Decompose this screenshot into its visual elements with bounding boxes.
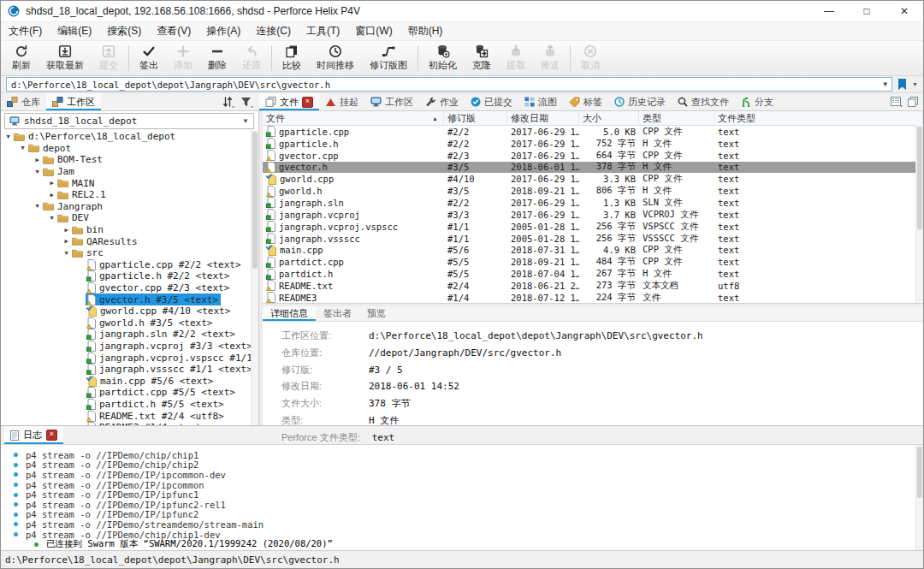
table-row[interactable]: gparticle.h#2/22017-06-29 1…752 字节H 文件te…	[263, 138, 923, 150]
tree-folder-row[interactable]: ▼depot	[1, 143, 258, 155]
detail-tab-预览[interactable]: 预览	[359, 306, 394, 321]
tree-expand-icon[interactable]: ▼	[47, 215, 56, 222]
tree-expand-icon[interactable]: ▼	[62, 250, 71, 257]
filter-icon[interactable]	[240, 97, 254, 108]
tree-file-row[interactable]: gworld.cpp #4/10 <text>	[1, 305, 258, 317]
table-row[interactable]: gvector.cpp#2/32017-06-29 1…664 字节CPP 文件…	[263, 150, 923, 162]
table-row[interactable]: jangraph.vcproj.vspscc#1/12005-01-28 1…2…	[263, 221, 923, 233]
tree-file-row[interactable]: jangraph.sln #2/2 <text>	[1, 329, 258, 341]
maximize-button[interactable]: □	[848, 1, 886, 21]
修订版图-button[interactable]: 修订版图	[362, 41, 415, 75]
table-row[interactable]: jangraph.vssscc#1/12005-01-28 1…256 字节VS…	[263, 233, 923, 245]
log-scrollbar[interactable]	[915, 445, 923, 550]
tab-工作区[interactable]: 工作区	[46, 93, 101, 110]
view-layout-icon[interactable]	[891, 97, 903, 107]
tree-file-row[interactable]: jangraph.vcproj #3/3 <text>	[1, 341, 258, 353]
table-row[interactable]: partdict.h#5/52018-07-04 1…267 字节H 文件tex…	[263, 268, 923, 280]
tree-folder-row[interactable]: ▶bin	[1, 224, 258, 236]
tree-file-row[interactable]: README.txt #2/4 <utf8>	[1, 410, 258, 422]
column-header-文件[interactable]: 文件▲	[263, 111, 444, 125]
column-header-文件类型[interactable]: 文件类型	[714, 111, 923, 125]
detach-pane-icon[interactable]	[908, 97, 918, 107]
tab-标签[interactable]: 标签	[563, 93, 608, 110]
workspace-selector[interactable]: shdsd_18_local_depot ▼	[4, 113, 254, 129]
tab-查找文件[interactable]: 查找文件	[672, 93, 735, 110]
tree-file-row[interactable]: partdict.cpp #5/5 <text>	[1, 387, 258, 399]
close-button[interactable]: ✕	[886, 1, 923, 21]
tree-file-row[interactable]: partdict.h #5/5 <text>	[1, 399, 258, 411]
tree-folder-row[interactable]: ▶QAResults	[1, 235, 258, 247]
时间推移-button[interactable]: 时间推移	[309, 41, 362, 75]
sort-icon[interactable]	[222, 97, 235, 108]
tab-挂起[interactable]: 挂起	[319, 93, 364, 110]
tree-folder-row[interactable]: ▶REL2.1	[1, 189, 258, 201]
tab-仓库[interactable]: 仓库	[1, 93, 46, 110]
menu-item[interactable]: 查看(V)	[149, 24, 198, 39]
tree-file-row[interactable]: gworld.h #3/5 <text>	[1, 317, 258, 329]
tab-作业[interactable]: 作业	[419, 93, 465, 110]
tree-file-row[interactable]: jangraph.vssscc #1/1 <text>	[1, 364, 258, 376]
tree-expand-icon[interactable]: ▶	[47, 192, 56, 199]
table-row[interactable]: gparticle.cpp#2/22017-06-29 1…5.0 KBCPP …	[263, 126, 923, 138]
比较-button[interactable]: 比较	[275, 41, 309, 75]
tree-expand-icon[interactable]: ▼	[33, 203, 42, 210]
tree-expand-icon[interactable]: ▶	[62, 227, 71, 234]
table-row[interactable]: partdict.cpp#5/52018-09-21 1…484 字节CPP 文…	[263, 256, 923, 268]
workspace-dropdown-icon[interactable]: ▼	[242, 117, 249, 125]
tree-file-row[interactable]: README3 #1/4 <text>	[1, 422, 258, 425]
刷新-button[interactable]: 刷新	[4, 41, 38, 75]
tree-expand-icon[interactable]: ▶	[47, 180, 56, 187]
log-tab[interactable]: 日志 ×	[4, 426, 63, 444]
table-row[interactable]: gworld.cpp#4/102017-06-29 1…3.3 KBCPP 文件…	[263, 173, 923, 185]
tree-folder-row[interactable]: ▼d:\Perforce\18_local_depot	[1, 131, 258, 143]
tab-文件[interactable]: 文件×	[259, 93, 319, 110]
tree-folder-row[interactable]: ▶MAIN	[1, 177, 258, 189]
table-scrollbar[interactable]	[915, 125, 923, 303]
tree-file-row[interactable]: gvector.h #3/5 <text>	[1, 293, 258, 305]
menu-item[interactable]: 窗口(W)	[347, 24, 400, 39]
column-header-修改日期[interactable]: 修改日期	[507, 111, 579, 125]
table-row[interactable]: main.cpp#5/62018-07-31 1…4.9 KBCPP 文件tex…	[263, 244, 923, 256]
tree-expand-icon[interactable]: ▼	[3, 133, 13, 140]
bookmark-dropdown-icon[interactable]: ▼	[912, 81, 918, 87]
tree-folder-row[interactable]: ▶BOM-Test	[1, 154, 258, 166]
tab-工作区[interactable]: 工作区	[364, 93, 419, 110]
column-header-修订版[interactable]: 修订版	[444, 111, 507, 125]
table-row[interactable]: README.txt#2/42018-06-21 2…273 字节文本文档utf…	[263, 280, 923, 292]
tab-历史记录[interactable]: 历史记录	[608, 93, 672, 110]
tree-file-row[interactable]: gparticle.h #2/2 <text>	[1, 270, 258, 282]
table-row[interactable]: gvector.h#3/52018-06-01 1…378 字节H 文件text	[263, 162, 923, 174]
address-input[interactable]: d:\Perforce\18_local_depot\depot\Jangrap…	[6, 77, 892, 92]
tab-流图[interactable]: 流图	[518, 93, 563, 110]
table-row[interactable]: jangraph.sln#2/22017-06-29 1…1.3 KBSLN 文…	[263, 197, 923, 209]
tree-expand-icon[interactable]: ▼	[18, 145, 27, 151]
menu-item[interactable]: 文件(F)	[1, 24, 50, 39]
menu-item[interactable]: 连接(C)	[248, 24, 299, 39]
tab-close-icon[interactable]: ×	[302, 97, 313, 108]
tree-folder-row[interactable]: ▼Jam	[1, 166, 258, 178]
menu-item[interactable]: 帮助(H)	[400, 24, 451, 39]
克隆-button[interactable]: 克隆	[465, 41, 499, 75]
tree-scrollbar[interactable]	[251, 130, 258, 425]
table-row[interactable]: gworld.h#3/52018-09-21 1…806 字节H 文件text	[263, 185, 923, 197]
minimize-button[interactable]: —	[810, 1, 848, 21]
tree-file-row[interactable]: jangraph.vcproj.vspscc #1/1 <text>	[1, 352, 258, 364]
column-header-大小[interactable]: 大小	[579, 111, 639, 125]
tree-folder-row[interactable]: ▼src	[1, 247, 258, 259]
table-row[interactable]: jangraph.vcproj#3/32017-06-29 1…3.7 KBVC…	[263, 209, 923, 221]
tree-file-row[interactable]: gvector.cpp #2/3 <text>	[1, 282, 258, 294]
tree-expand-icon[interactable]: ▶	[62, 238, 71, 245]
tab-分支[interactable]: 分支	[735, 93, 779, 110]
address-dropdown-icon[interactable]: ▼	[883, 80, 887, 88]
tree-file-row[interactable]: main.cpp #5/6 <text>	[1, 375, 258, 387]
menu-item[interactable]: 搜索(S)	[99, 24, 149, 39]
tree-folder-row[interactable]: ▼Jangraph	[1, 201, 258, 213]
签出-button[interactable]: 签出	[132, 41, 166, 75]
menu-item[interactable]: 操作(A)	[198, 24, 248, 39]
table-row[interactable]: README3#1/42018-07-12 1…224 字节文件text	[263, 292, 923, 303]
menu-item[interactable]: 工具(T)	[299, 24, 347, 39]
初始化-button[interactable]: 初始化	[421, 41, 465, 75]
tree-file-row[interactable]: gparticle.cpp #2/2 <text>	[1, 259, 258, 271]
tree-folder-row[interactable]: ▼DEV	[1, 212, 258, 224]
tab-已提交[interactable]: 已提交	[465, 93, 518, 110]
